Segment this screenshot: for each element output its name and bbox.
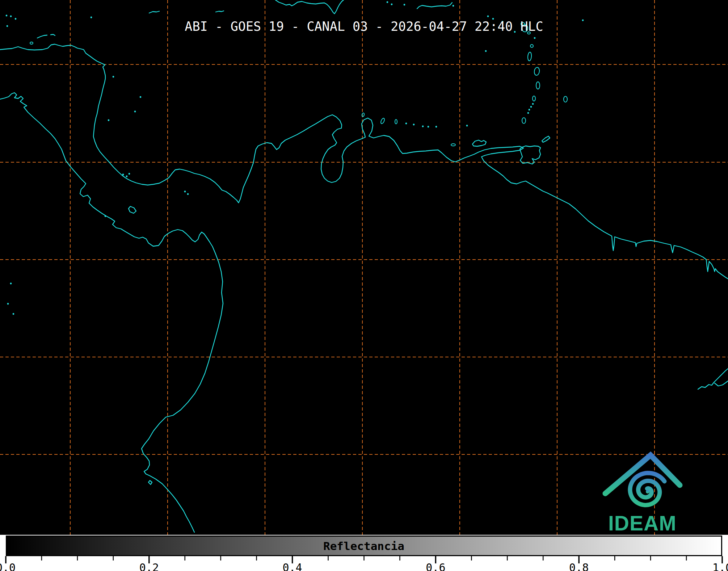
islet-dot <box>13 313 14 315</box>
islet-dot <box>10 16 12 17</box>
colorbar: Reflectancia 0.00.20.40.60.81.0 <box>0 535 728 571</box>
colorbar-tick-label: 0.6 <box>426 561 445 571</box>
islet-dot <box>387 1 388 3</box>
screenshot-root: ABI - GOES 19 - CANAL 03 - 2026-04-27 22… <box>0 0 728 571</box>
islet-dot <box>10 283 12 285</box>
islet-dot <box>391 4 393 5</box>
ideam-logo: IDEAM <box>601 451 685 534</box>
logo-wordmark: IDEAM <box>608 512 677 534</box>
islet-dot <box>485 50 487 52</box>
islet-dot <box>534 37 536 39</box>
islet-dot <box>422 126 424 127</box>
islet-dot <box>91 17 92 18</box>
islet-dot <box>487 16 489 17</box>
islet-dot <box>108 119 110 121</box>
islet-dot <box>413 124 415 126</box>
colorbar-tick-label: 0.0 <box>0 561 16 571</box>
islet-dot <box>529 109 530 111</box>
islet-dot <box>134 111 136 113</box>
islet-dot <box>126 176 128 177</box>
islet-dot <box>122 174 124 176</box>
islet-dot <box>582 20 584 21</box>
islet-dot <box>466 125 468 127</box>
logo-spiral-icon <box>630 473 664 505</box>
islet-dot <box>435 126 437 128</box>
islet-dot <box>405 123 407 125</box>
islet-dot <box>105 215 106 217</box>
islet-dot <box>527 112 529 114</box>
islet-dot <box>404 4 405 6</box>
islet-dot <box>530 106 532 108</box>
islet-dot <box>7 25 8 27</box>
colorbar-tick-label: 0.2 <box>139 561 159 571</box>
colorbar-tick-label: 1.0 <box>712 561 728 571</box>
islet-dot <box>187 193 189 195</box>
islet-dot <box>428 126 429 128</box>
islet-dot <box>129 173 130 175</box>
islet-dot <box>453 5 454 7</box>
islet-dot <box>7 303 9 305</box>
colorbar-tick-label: 0.8 <box>569 561 589 571</box>
islet-dot <box>6 15 8 17</box>
islet-dot <box>532 103 534 105</box>
islet-dot <box>140 96 142 98</box>
islet-dot <box>15 18 17 20</box>
logo-eye-icon <box>646 490 649 494</box>
image-title: ABI - GOES 19 - CANAL 03 - 2026-04-27 22… <box>185 19 543 34</box>
colorbar-tick-label: 0.4 <box>283 561 302 571</box>
islet-dot <box>184 191 186 193</box>
islet-dot <box>113 76 114 78</box>
colorbar-title: Reflectancia <box>323 539 404 553</box>
